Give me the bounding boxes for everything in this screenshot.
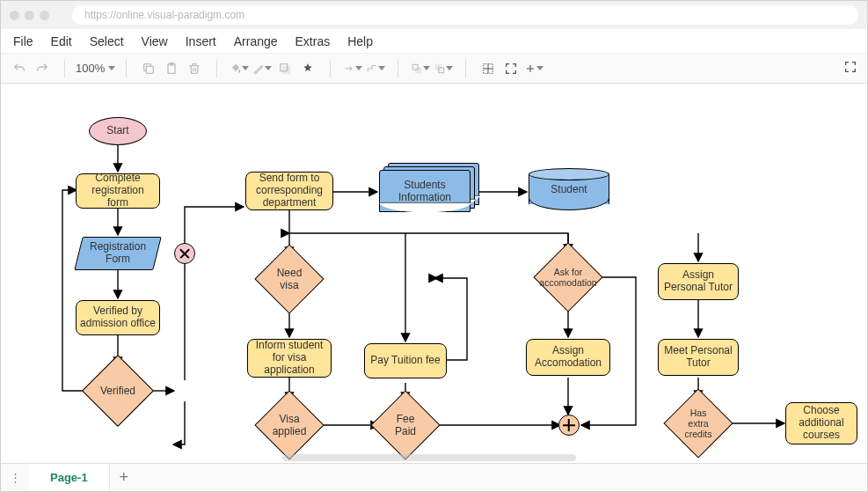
node-label: Verified <box>100 385 135 397</box>
chevron-down-icon <box>536 66 543 70</box>
diagram-canvas[interactable]: Start Complete registration form Registr… <box>1 84 867 463</box>
chevron-down-icon <box>423 66 430 70</box>
node-student-db[interactable]: Student <box>529 168 609 210</box>
sheet-tab-bar: ⋮ Page-1 + <box>1 463 867 491</box>
zoom-level[interactable]: 100% <box>74 62 117 75</box>
node-meet-tutor[interactable]: Meet Personal Tutor <box>658 339 739 376</box>
node-label: Meet Personal Tutor <box>662 345 734 370</box>
svg-rect-0 <box>147 66 154 73</box>
waypoint-button[interactable] <box>366 59 385 78</box>
node-label: Visa applied <box>270 413 309 437</box>
node-assign-accommodation[interactable]: Assign Accomodation <box>526 339 610 376</box>
node-label: Assign Personal Tutor <box>662 269 734 294</box>
node-label: Choose additional courses <box>790 405 853 441</box>
to-front-button[interactable] <box>411 59 430 78</box>
fullscreen-button[interactable] <box>841 57 860 77</box>
style-button[interactable] <box>298 59 317 78</box>
sheet-tab-label: Page-1 <box>50 471 88 484</box>
menu-file[interactable]: File <box>6 31 40 52</box>
paste-button[interactable] <box>162 59 181 78</box>
node-fee-paid[interactable]: Fee Paid <box>381 400 430 450</box>
menu-bar: File Edit Select View Insert Arrange Ext… <box>1 29 867 54</box>
menu-help[interactable]: Help <box>340 31 380 52</box>
window-max-dot[interactable] <box>40 11 49 20</box>
node-students-info[interactable]: Students Information <box>379 170 470 212</box>
node-label: Has extra credits <box>679 408 718 439</box>
node-inform-visa[interactable]: Inform student for visa application <box>247 339 332 378</box>
node-pay-tuition[interactable]: Pay Tuition fee <box>364 343 447 378</box>
chevron-down-icon <box>242 66 249 70</box>
fit-button[interactable] <box>501 59 521 78</box>
node-need-visa[interactable]: Need visa <box>265 254 314 304</box>
menu-edit[interactable]: Edit <box>44 31 79 52</box>
node-complete-registration[interactable]: Complete registration form <box>76 173 160 209</box>
node-label: Need visa <box>270 267 309 291</box>
mac-traffic-lights: https://online.visual-paradigm.com <box>1 1 867 29</box>
node-verified-by-admission[interactable]: Verified by admission office <box>76 300 160 335</box>
node-label: Complete registration form <box>80 173 156 209</box>
node-label: Registration Form <box>83 241 153 266</box>
sheet-tab-page-1[interactable]: Page-1 <box>29 464 110 491</box>
menu-view[interactable]: View <box>135 31 175 52</box>
delete-button[interactable] <box>185 59 204 78</box>
chevron-down-icon <box>378 66 385 70</box>
url-bar[interactable]: https://online.visual-paradigm.com <box>72 5 858 25</box>
node-choose-courses[interactable]: Choose additional courses <box>785 402 857 444</box>
to-back-button[interactable] <box>434 59 453 78</box>
menu-extras[interactable]: Extras <box>288 31 338 52</box>
copy-button[interactable] <box>139 59 158 78</box>
grid-button[interactable] <box>478 59 498 78</box>
svg-rect-8 <box>436 64 441 70</box>
node-has-extra-credits[interactable]: Has extra credits <box>674 399 723 448</box>
node-registration-form[interactable]: Registration Form <box>74 237 161 270</box>
zoom-value: 100% <box>76 62 105 75</box>
toolbar: 100% <box>1 54 867 84</box>
node-label: Start <box>106 125 128 137</box>
undo-button[interactable] <box>10 59 29 78</box>
node-verified[interactable]: Verified <box>92 365 143 416</box>
node-assign-tutor[interactable]: Assign Personal Tutor <box>658 263 739 300</box>
chevron-down-icon <box>446 66 453 70</box>
svg-rect-4 <box>283 66 290 73</box>
menu-insert[interactable]: Insert <box>179 31 223 52</box>
line-color-button[interactable] <box>252 59 272 78</box>
node-label: Ask for accomodation <box>539 267 596 288</box>
menu-select[interactable]: Select <box>83 31 131 52</box>
menu-arrange[interactable]: Arrange <box>227 31 285 52</box>
redo-button[interactable] <box>33 59 52 78</box>
gateway-merge[interactable] <box>174 243 195 264</box>
chevron-down-icon <box>108 66 115 70</box>
shadow-button[interactable] <box>275 59 295 78</box>
add-shape-button[interactable] <box>524 59 543 78</box>
node-label: Students Information <box>379 179 470 203</box>
node-ask-accommodation[interactable]: Ask for accomodation <box>543 253 593 302</box>
sheet-menu-button[interactable]: ⋮ <box>1 464 29 491</box>
node-label: Send form to corresponding department <box>250 173 329 209</box>
node-label: Verified by admission office <box>80 305 156 330</box>
window-close-dot[interactable] <box>10 11 19 20</box>
node-label: Pay Tuition fee <box>370 355 440 367</box>
node-label: Assign Accomodation <box>530 345 606 370</box>
add-sheet-button[interactable]: + <box>110 464 138 491</box>
svg-rect-6 <box>416 67 421 72</box>
url-text: https://online.visual-paradigm.com <box>84 9 244 21</box>
connection-button[interactable] <box>343 59 362 78</box>
node-label: Student <box>551 183 587 195</box>
node-label: Fee Paid <box>386 413 425 437</box>
window-min-dot[interactable] <box>25 11 34 20</box>
chevron-down-icon <box>355 66 362 70</box>
node-visa-applied[interactable]: Visa applied <box>265 400 314 450</box>
horizontal-scrollbar[interactable] <box>282 454 576 461</box>
node-start[interactable]: Start <box>89 117 147 145</box>
node-label: Inform student for visa application <box>252 340 327 376</box>
gateway-join[interactable] <box>558 415 580 436</box>
chevron-down-icon <box>265 66 272 70</box>
fill-color-button[interactable] <box>230 59 249 78</box>
node-send-form[interactable]: Send form to corresponding department <box>245 172 333 210</box>
